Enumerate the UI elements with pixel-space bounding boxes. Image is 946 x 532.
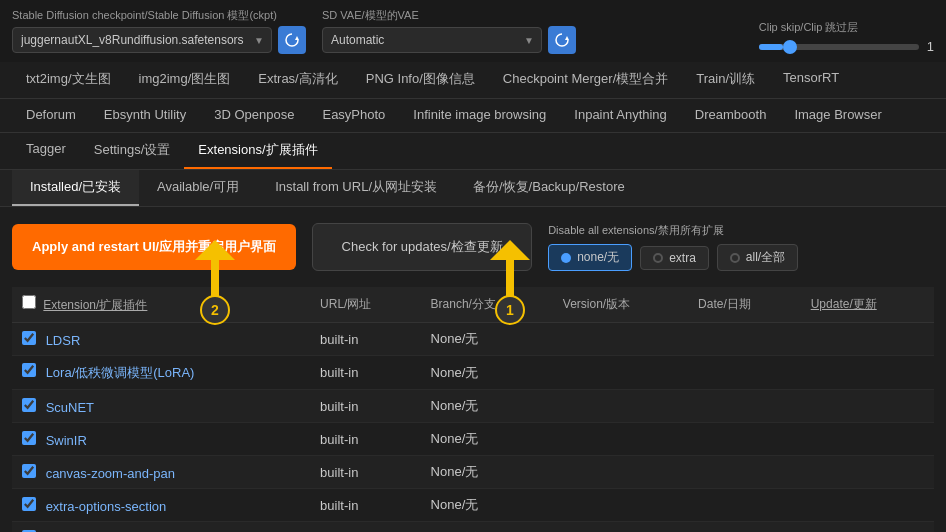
radio-group: none/无 extra all/全部 [548, 244, 798, 271]
table-row: ScuNET built-in None/无 [12, 390, 934, 423]
tab-deforum[interactable]: Deforum [12, 99, 90, 132]
ext-name: LDSR [46, 333, 81, 348]
ext-branch: None/无 [421, 423, 553, 456]
tab-easyphoto[interactable]: EasyPhoto [308, 99, 399, 132]
ext-date [688, 356, 801, 390]
ext-url: built-in [310, 356, 421, 390]
table-row: extra-options-section built-in None/无 [12, 489, 934, 522]
disable-section: Disable all extensions/禁用所有扩展 none/无 ext… [548, 223, 798, 271]
ext-branch: None/无 [421, 323, 553, 356]
ext-update [801, 323, 934, 356]
radio-extra[interactable]: extra [640, 246, 709, 270]
nav-tabs-3: Tagger Settings/设置 Extensions/扩展插件 [0, 133, 946, 170]
clip-slider[interactable] [759, 44, 919, 50]
subtab-installed[interactable]: Installed/已安装 [12, 170, 139, 206]
ext-update [801, 489, 934, 522]
ext-branch: None/无 [421, 522, 553, 533]
th-url: URL/网址 [310, 287, 421, 323]
nav-tabs: txt2img/文生图 img2img/图生图 Extras/高清化 PNG I… [0, 62, 946, 99]
tab-extensions[interactable]: Extensions/扩展插件 [184, 133, 331, 169]
ext-update [801, 456, 934, 489]
ext-update [801, 522, 934, 533]
ext-date [688, 390, 801, 423]
tab-tagger[interactable]: Tagger [12, 133, 80, 169]
subtab-backup[interactable]: 备份/恢复/Backup/Restore [455, 170, 643, 206]
radio-none-label: none/无 [577, 249, 619, 266]
vae-label: SD VAE/模型的VAE [322, 8, 576, 23]
tab-pnginfo[interactable]: PNG Info/图像信息 [352, 62, 489, 98]
svg-marker-0 [295, 36, 299, 40]
ext-checkbox[interactable] [22, 431, 36, 445]
ext-checkbox[interactable] [22, 398, 36, 412]
tab-img2img[interactable]: img2img/图生图 [125, 62, 245, 98]
apply-restart-btn[interactable]: Apply and restart UI/应用并重启用户界面 [12, 224, 296, 270]
tab-image-browser[interactable]: Image Browser [780, 99, 895, 132]
th-update: Update/更新 [801, 287, 934, 323]
tab-infinite-browsing[interactable]: Infinite image browsing [399, 99, 560, 132]
tab-checkpoint-merger[interactable]: Checkpoint Merger/模型合并 [489, 62, 682, 98]
subtab-available[interactable]: Available/可用 [139, 170, 257, 206]
ext-name-cell: extra-options-section [12, 489, 310, 522]
tab-inpaint[interactable]: Inpaint Anything [560, 99, 681, 132]
ext-version [553, 423, 688, 456]
tab-txt2img[interactable]: txt2img/文生图 [12, 62, 125, 98]
ext-date [688, 423, 801, 456]
svg-marker-1 [565, 36, 569, 40]
disable-label: Disable all extensions/禁用所有扩展 [548, 223, 798, 238]
ext-version [553, 456, 688, 489]
th-date: Date/日期 [688, 287, 801, 323]
tab-ebsynth[interactable]: Ebsynth Utility [90, 99, 200, 132]
ext-checkbox[interactable] [22, 331, 36, 345]
tab-settings[interactable]: Settings/设置 [80, 133, 185, 169]
ext-name-cell: ScuNET [12, 390, 310, 423]
ext-name-cell: canvas-zoom-and-pan [12, 456, 310, 489]
ext-update [801, 390, 934, 423]
table-row: LDSR built-in None/无 [12, 323, 934, 356]
ext-branch: None/无 [421, 456, 553, 489]
check-updates-btn[interactable]: Check for updates/检查更新 [312, 223, 532, 271]
ext-url: built-in [310, 323, 421, 356]
vae-refresh-btn[interactable] [548, 26, 576, 54]
ext-version [553, 390, 688, 423]
ext-name-cell: SwinIR [12, 423, 310, 456]
ext-name-cell: LDSR [12, 323, 310, 356]
vae-select[interactable]: Automatic [322, 27, 542, 53]
ext-url: built-in [310, 489, 421, 522]
ext-url: built-in [310, 456, 421, 489]
ext-version [553, 356, 688, 390]
ext-checkbox[interactable] [22, 363, 36, 377]
radio-none[interactable]: none/无 [548, 244, 632, 271]
ext-date [688, 456, 801, 489]
tab-3dopenpose[interactable]: 3D Openpose [200, 99, 308, 132]
ext-name: SwinIR [46, 433, 87, 448]
ext-name-cell: hypertile [12, 522, 310, 533]
th-ext-label: Extension/扩展插件 [43, 298, 147, 312]
nav-tabs-2: Deforum Ebsynth Utility 3D Openpose Easy… [0, 99, 946, 133]
ext-version [553, 489, 688, 522]
th-branch: Branch/分支 [421, 287, 553, 323]
ext-checkbox[interactable] [22, 464, 36, 478]
table-row: canvas-zoom-and-pan built-in None/无 [12, 456, 934, 489]
checkpoint-label: Stable Diffusion checkpoint/Stable Diffu… [12, 8, 306, 23]
select-all-checkbox[interactable] [22, 295, 36, 309]
checkpoint-select[interactable]: juggernautXL_v8Rundiffusion.safetensors [12, 27, 272, 53]
table-row: hypertile built-in None/无 [12, 522, 934, 533]
tab-extras[interactable]: Extras/高清化 [244, 62, 351, 98]
th-version: Version/版本 [553, 287, 688, 323]
ext-version [553, 522, 688, 533]
ext-date [688, 323, 801, 356]
tab-tensorrt[interactable]: TensorRT [769, 62, 853, 98]
tab-dreambooth[interactable]: Dreambooth [681, 99, 781, 132]
subtab-install-url[interactable]: Install from URL/从网址安装 [257, 170, 455, 206]
tab-train[interactable]: Train/训练 [682, 62, 769, 98]
clip-value: 1 [927, 39, 934, 54]
checkpoint-refresh-btn[interactable] [278, 26, 306, 54]
ext-update [801, 356, 934, 390]
ext-name-cell: Lora/低秩微调模型(LoRA) [12, 356, 310, 390]
ext-date [688, 489, 801, 522]
th-ext: Extension/扩展插件 [12, 287, 310, 323]
ext-update [801, 423, 934, 456]
clip-label: Clip skip/Clip 跳过层 [759, 20, 934, 35]
ext-checkbox[interactable] [22, 497, 36, 511]
radio-all[interactable]: all/全部 [717, 244, 798, 271]
